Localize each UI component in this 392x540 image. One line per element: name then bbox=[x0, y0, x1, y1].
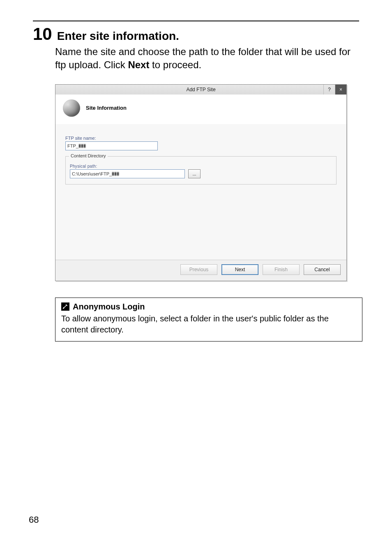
finish-button: Finish bbox=[263, 264, 300, 275]
redacted-text: ▮▮▮ bbox=[112, 171, 119, 176]
physical-path-label: Physical path: bbox=[70, 164, 332, 168]
content-directory-group: Content Directory Physical path: C:\User… bbox=[65, 156, 337, 185]
dialog-header: Site Information bbox=[55, 95, 346, 124]
ftp-site-name-input[interactable]: FTP_▮▮▮ bbox=[65, 141, 158, 150]
help-button[interactable]: ? bbox=[323, 85, 335, 95]
browse-button[interactable]: ... bbox=[188, 169, 201, 178]
note-text: To allow anonymous login, select a folde… bbox=[61, 313, 356, 335]
step-number: 10 bbox=[33, 25, 52, 43]
dialog-header-text: Site Information bbox=[86, 105, 127, 111]
step-title: Enter site information. bbox=[57, 30, 179, 43]
header-rule bbox=[33, 21, 359, 21]
physical-path-value: C:\Users\user\FTP_ bbox=[72, 171, 112, 176]
titlebar-controls: ? × bbox=[323, 85, 346, 95]
note-title: Anonymous Login bbox=[73, 302, 145, 312]
globe-icon bbox=[63, 99, 80, 117]
note-icon bbox=[61, 302, 69, 311]
dialog-body: FTP site name: FTP_▮▮▮ Content Directory… bbox=[55, 124, 346, 260]
ftp-site-name-label: FTP site name: bbox=[65, 136, 337, 141]
content-directory-legend: Content Directory bbox=[69, 153, 108, 158]
step-heading: 10 Enter site information. bbox=[33, 25, 359, 43]
step-desc-pre: Name the site and choose the path to the… bbox=[55, 46, 350, 70]
step-description: Name the site and choose the path to the… bbox=[55, 45, 359, 72]
physical-path-input[interactable]: C:\Users\user\FTP_▮▮▮ bbox=[70, 169, 185, 178]
close-button[interactable]: × bbox=[335, 85, 346, 95]
dialog-title: Add FTP Site bbox=[186, 87, 215, 92]
step-desc-post: to proceed. bbox=[149, 59, 201, 70]
dialog-titlebar: Add FTP Site ? × bbox=[55, 85, 346, 95]
ftp-site-name-value: FTP_ bbox=[67, 143, 78, 148]
page-number: 68 bbox=[29, 515, 39, 525]
redacted-text: ▮▮▮ bbox=[78, 143, 86, 148]
step-desc-bold: Next bbox=[128, 59, 149, 70]
cancel-button[interactable]: Cancel bbox=[304, 264, 341, 275]
next-button[interactable]: Next bbox=[221, 264, 258, 275]
dialog-footer: Previous Next Finish Cancel bbox=[55, 260, 346, 281]
anonymous-login-note: Anonymous Login To allow anonymous login… bbox=[55, 298, 362, 342]
previous-button: Previous bbox=[180, 264, 217, 275]
add-ftp-site-dialog: Add FTP Site ? × Site Information FTP si… bbox=[55, 84, 347, 281]
